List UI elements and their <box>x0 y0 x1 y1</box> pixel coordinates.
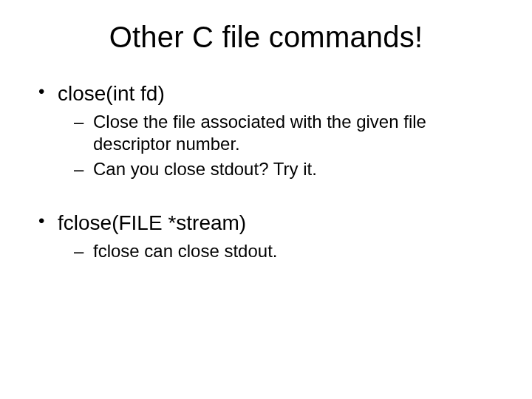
sub-list: fclose can close stdout. <box>58 240 497 262</box>
sub-list: Close the file associated with the given… <box>58 111 497 180</box>
sub-list-item-text: Can you close stdout? Try it. <box>93 159 317 179</box>
list-item-text: close(int fd) <box>58 82 165 105</box>
list-item: close(int fd) Close the file associated … <box>35 81 497 180</box>
list-item: fclose(FILE *stream) fclose can close st… <box>35 210 497 262</box>
spacer <box>35 197 497 210</box>
sub-list-item: Can you close stdout? Try it. <box>58 158 497 180</box>
sub-list-item: Close the file associated with the given… <box>58 111 497 155</box>
list-item-text: fclose(FILE *stream) <box>58 211 246 234</box>
sub-list-item-text: Close the file associated with the given… <box>93 112 426 154</box>
sub-list-item: fclose can close stdout. <box>58 240 497 262</box>
bullet-list: fclose(FILE *stream) fclose can close st… <box>35 210 497 262</box>
slide: Other C file commands! close(int fd) Clo… <box>0 0 532 399</box>
bullet-list: close(int fd) Close the file associated … <box>35 81 497 180</box>
slide-title: Other C file commands! <box>35 21 497 54</box>
sub-list-item-text: fclose can close stdout. <box>93 241 277 261</box>
